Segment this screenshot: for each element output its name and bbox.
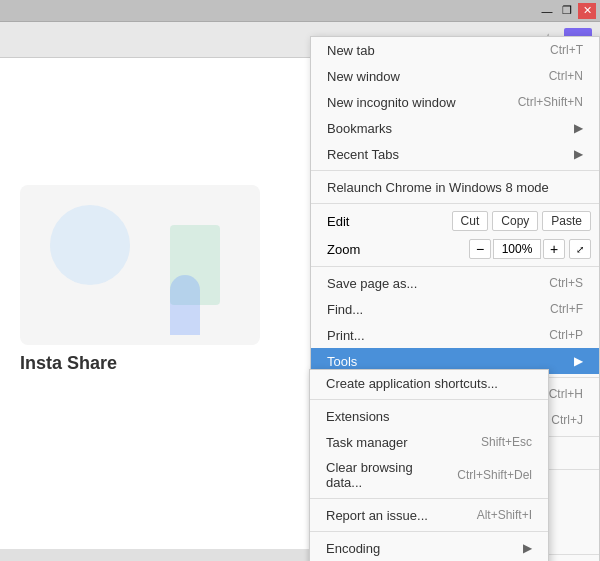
menu-item-print[interactable]: Print... Ctrl+P <box>311 322 599 348</box>
paste-button[interactable]: Paste <box>542 211 591 231</box>
copy-button[interactable]: Copy <box>492 211 538 231</box>
submenu-item-encoding[interactable]: Encoding ▶ <box>310 535 548 561</box>
submenu-item-arrow-encoding: ▶ <box>523 541 532 555</box>
menu-item-label-tools: Tools <box>327 354 570 369</box>
menu-item-label-recent-tabs: Recent Tabs <box>327 147 570 162</box>
submenu-item-shortcut-clear-browsing: Ctrl+Shift+Del <box>457 468 532 482</box>
menu-item-find[interactable]: Find... Ctrl+F <box>311 296 599 322</box>
menu-separator <box>311 266 599 267</box>
zoom-label: Zoom <box>319 242 469 257</box>
cut-button[interactable]: Cut <box>452 211 489 231</box>
maximize-button[interactable]: ❐ <box>558 3 576 19</box>
menu-item-relaunch[interactable]: Relaunch Chrome in Windows 8 mode <box>311 174 599 200</box>
submenu-item-label-extensions: Extensions <box>326 409 532 424</box>
menu-item-shortcut-new-window: Ctrl+N <box>549 69 583 83</box>
menu-separator <box>311 170 599 171</box>
menu-separator <box>311 203 599 204</box>
menu-item-shortcut-print: Ctrl+P <box>549 328 583 342</box>
submenu-item-label-encoding: Encoding <box>326 541 519 556</box>
menu-item-arrow-bookmarks: ▶ <box>574 121 583 135</box>
menu-item-shortcut-new-tab: Ctrl+T <box>550 43 583 57</box>
menu-item-shortcut-save-page: Ctrl+S <box>549 276 583 290</box>
submenu-item-shortcut-report-issue: Alt+Shift+I <box>477 508 532 522</box>
menu-item-label-find: Find... <box>327 302 530 317</box>
submenu-item-report-issue[interactable]: Report an issue... Alt+Shift+I <box>310 502 548 528</box>
menu-item-recent-tabs[interactable]: Recent Tabs ▶ <box>311 141 599 167</box>
zoom-out-button[interactable]: − <box>469 239 491 259</box>
menu-item-label-save-page: Save page as... <box>327 276 529 291</box>
submenu-item-clear-browsing[interactable]: Clear browsing data... Ctrl+Shift+Del <box>310 455 548 495</box>
minimize-button[interactable]: — <box>538 3 556 19</box>
submenu-item-label-report-issue: Report an issue... <box>326 508 457 523</box>
tools-submenu: Create application shortcuts... Extensio… <box>309 369 549 561</box>
submenu-item-extensions[interactable]: Extensions <box>310 403 548 429</box>
zoom-in-button[interactable]: + <box>543 239 565 259</box>
fullscreen-button[interactable]: ⤢ <box>569 239 591 259</box>
menu-item-new-tab[interactable]: New tab Ctrl+T <box>311 37 599 63</box>
menu-item-label-new-window: New window <box>327 69 529 84</box>
menu-item-arrow-recent-tabs: ▶ <box>574 147 583 161</box>
submenu-separator <box>310 531 548 532</box>
menu-item-new-window[interactable]: New window Ctrl+N <box>311 63 599 89</box>
zoom-value: 100% <box>493 239 541 259</box>
hero-image <box>20 185 260 345</box>
edit-label: Edit <box>319 214 448 229</box>
menu-item-bookmarks[interactable]: Bookmarks ▶ <box>311 115 599 141</box>
deco-figure <box>170 275 200 335</box>
menu-item-shortcut-downloads: Ctrl+J <box>551 413 583 427</box>
menu-item-label-bookmarks: Bookmarks <box>327 121 570 136</box>
submenu-separator <box>310 498 548 499</box>
deco-circle <box>50 205 130 285</box>
title-bar: — ❐ ✕ <box>0 0 600 22</box>
close-button[interactable]: ✕ <box>578 3 596 19</box>
menu-item-new-incognito[interactable]: New incognito window Ctrl+Shift+N <box>311 89 599 115</box>
page-title: Insta Share <box>20 353 117 373</box>
menu-item-zoom: Zoom − 100% + ⤢ <box>311 235 599 263</box>
menu-item-edit: Edit Cut Copy Paste <box>311 207 599 235</box>
page-title-area: Insta Share <box>20 353 260 374</box>
menu-item-label-new-incognito: New incognito window <box>327 95 498 110</box>
menu-item-shortcut-new-incognito: Ctrl+Shift+N <box>518 95 583 109</box>
menu-item-shortcut-history: Ctrl+H <box>549 387 583 401</box>
menu-item-arrow-tools: ▶ <box>574 354 583 368</box>
menu-item-label-new-tab: New tab <box>327 43 530 58</box>
submenu-item-label-clear-browsing: Clear browsing data... <box>326 460 437 490</box>
submenu-item-task-manager[interactable]: Task manager Shift+Esc <box>310 429 548 455</box>
menu-item-shortcut-find: Ctrl+F <box>550 302 583 316</box>
menu-item-save-page[interactable]: Save page as... Ctrl+S <box>311 270 599 296</box>
submenu-item-create-shortcuts[interactable]: Create application shortcuts... <box>310 370 548 396</box>
submenu-item-label-create-shortcuts: Create application shortcuts... <box>326 376 532 391</box>
submenu-item-shortcut-task-manager: Shift+Esc <box>481 435 532 449</box>
submenu-separator <box>310 399 548 400</box>
menu-item-label-relaunch: Relaunch Chrome in Windows 8 mode <box>327 180 583 195</box>
submenu-item-label-task-manager: Task manager <box>326 435 461 450</box>
menu-item-label-print: Print... <box>327 328 529 343</box>
